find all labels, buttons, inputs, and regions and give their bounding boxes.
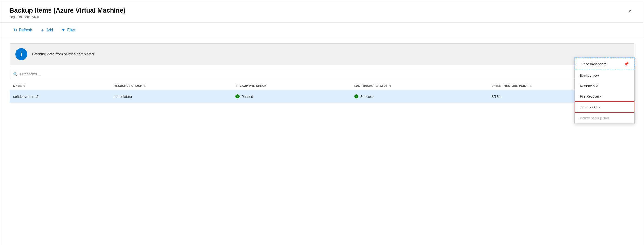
search-icon: 🔍 — [13, 72, 18, 76]
toolbar: ↻ Refresh ＋ Add ▼ Filter — [0, 23, 644, 38]
page-title: Backup Items (Azure Virtual Machine) — [10, 7, 126, 14]
table-row[interactable]: softdel-vm-am-2 softdeleterg ✓ Passed ✓ … — [10, 90, 634, 103]
col-name[interactable]: NAME ⇅ — [10, 82, 110, 90]
file-recovery-label: File Recovery — [580, 94, 601, 98]
panel-header: Backup Items (Azure Virtual Machine) sog… — [0, 0, 644, 23]
cell-last-backup-status: ✓ Success — [350, 90, 488, 103]
restore-vm-label: Restore VM — [580, 84, 598, 88]
add-button[interactable]: ＋ Add — [36, 26, 57, 35]
sort-icon-lbs: ⇅ — [389, 84, 392, 88]
delete-backup-label: Delete backup data — [580, 116, 610, 120]
col-resource-group[interactable]: RESOURCE GROUP ⇅ — [110, 82, 232, 90]
search-bar: 🔍 — [10, 70, 634, 78]
sort-icon-name: ⇅ — [23, 84, 26, 88]
context-menu-delete-backup: Delete backup data — [575, 113, 634, 123]
context-menu-restore-vm[interactable]: Restore VM — [575, 80, 634, 91]
col-last-backup-status[interactable]: LAST BACKUP STATUS ⇅ — [350, 82, 488, 90]
page-subtitle: sogupsoftdeletevault — [10, 15, 126, 19]
cell-resource-group: softdeleterg — [110, 90, 232, 103]
pin-label: Pin to dashboard — [580, 62, 606, 66]
search-input[interactable] — [20, 72, 631, 76]
context-menu-pin[interactable]: Pin to dashboard 📌 — [575, 58, 634, 70]
last-backup-status-text: Success — [360, 94, 374, 98]
sort-icon-lrp: ⇅ — [530, 84, 532, 88]
refresh-label: Refresh — [19, 28, 32, 32]
context-menu: Pin to dashboard 📌 Backup now Restore VM… — [574, 58, 635, 124]
filter-button[interactable]: ▼ Filter — [57, 26, 80, 34]
table-header-row: NAME ⇅ RESOURCE GROUP ⇅ BACKUP PRE-CHECK — [10, 82, 634, 90]
panel: Backup Items (Azure Virtual Machine) sog… — [0, 0, 644, 246]
refresh-icon: ↻ — [14, 28, 17, 33]
data-table: NAME ⇅ RESOURCE GROUP ⇅ BACKUP PRE-CHECK — [10, 82, 634, 103]
filter-icon: ▼ — [62, 28, 66, 33]
pin-icon: 📌 — [624, 62, 629, 66]
col-backup-precheck[interactable]: BACKUP PRE-CHECK — [232, 82, 350, 90]
refresh-button[interactable]: ↻ Refresh — [10, 26, 36, 34]
cell-backup-precheck: ✓ Passed — [232, 90, 350, 103]
add-label: Add — [46, 28, 53, 32]
context-menu-backup-now[interactable]: Backup now — [575, 70, 634, 80]
info-banner: i Fetching data from service completed. — [10, 43, 634, 65]
sort-icon-rg: ⇅ — [144, 84, 146, 88]
last-backup-status-icon: ✓ — [354, 94, 358, 98]
cell-name: softdel-vm-am-2 — [10, 90, 110, 103]
stop-backup-label: Stop backup — [580, 105, 600, 109]
precheck-status-text: Passed — [242, 94, 253, 98]
close-button[interactable]: × — [625, 7, 634, 16]
info-text: Fetching data from service completed. — [32, 52, 95, 56]
restore-point-value: 8/13/... — [492, 94, 502, 98]
info-icon: i — [15, 48, 27, 60]
add-icon: ＋ — [40, 27, 44, 33]
precheck-status-icon: ✓ — [236, 94, 240, 98]
title-block: Backup Items (Azure Virtual Machine) sog… — [10, 7, 126, 19]
filter-label: Filter — [67, 28, 76, 32]
backup-now-label: Backup now — [580, 74, 599, 77]
context-menu-file-recovery[interactable]: File Recovery — [575, 91, 634, 102]
context-menu-stop-backup[interactable]: Stop backup — [575, 102, 634, 113]
